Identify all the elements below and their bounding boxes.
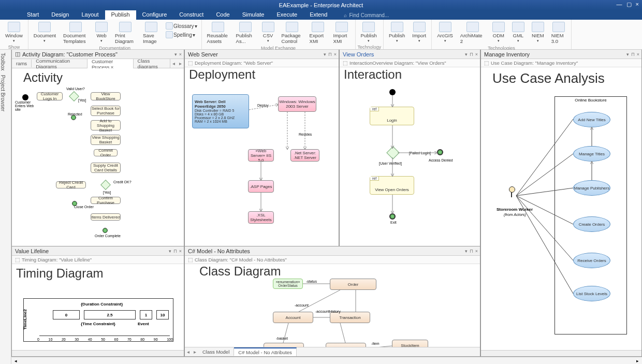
menu-extend[interactable]: Extend bbox=[303, 10, 333, 20]
actor-storeroom-worker[interactable] bbox=[507, 186, 516, 202]
close-pane-icon[interactable]: × bbox=[179, 249, 182, 254]
uc-list-stock[interactable]: List Stock Levels bbox=[573, 286, 610, 301]
server-node[interactable]: Web Server: Dell PowerEdge 2650 Disk Con… bbox=[192, 94, 249, 128]
tab-next-icon[interactable]: ▸ bbox=[192, 349, 198, 355]
login-activity[interactable]: Customer Logs In bbox=[37, 92, 63, 100]
gml-button[interactable]: GML▾ bbox=[509, 21, 528, 45]
web-button[interactable]: Web▾ bbox=[92, 21, 111, 45]
scroll-left-icon[interactable]: ◂ bbox=[11, 358, 20, 363]
orderstatus-class[interactable]: «enumeration» OrderStatus bbox=[273, 279, 303, 289]
dropdown-icon[interactable]: ▾ bbox=[169, 249, 171, 254]
minimize-icon[interactable]: — bbox=[617, 1, 622, 8]
import2-button[interactable]: Import▾ bbox=[409, 21, 429, 44]
tab-next-icon[interactable]: ▸ bbox=[177, 61, 184, 66]
uc-add-titles[interactable]: Add New Titles bbox=[573, 112, 610, 127]
pin-icon[interactable]: ⊓ bbox=[631, 52, 635, 57]
xsl-node[interactable]: .XSL Stylesheets bbox=[248, 211, 274, 224]
menu-start[interactable]: Start bbox=[21, 10, 45, 20]
pin-icon[interactable]: ⊓ bbox=[173, 249, 177, 254]
lineitem-class[interactable]: LineItem bbox=[326, 343, 366, 347]
value-canvas[interactable]: Timing Diagram TimeLine2 {Duration Const… bbox=[12, 264, 184, 356]
iis-node[interactable]: «Web Server» IIS 5.0 bbox=[248, 149, 274, 162]
scrollbar[interactable] bbox=[12, 350, 184, 356]
pin-icon[interactable]: ⊓ bbox=[470, 52, 473, 57]
transaction-class[interactable]: Transaction bbox=[330, 312, 370, 323]
publish2-button[interactable]: Publish▾ bbox=[386, 21, 408, 44]
scrollbar[interactable] bbox=[481, 350, 641, 356]
window-button[interactable]: Window▾ bbox=[2, 21, 26, 44]
pin-icon[interactable]: ⊓ bbox=[470, 249, 473, 254]
confirm-activity[interactable]: Confirm Purchase bbox=[91, 197, 121, 204]
add-basket-activity[interactable]: Add to Shopping Basket bbox=[91, 120, 121, 130]
view-basket-activity[interactable]: View Shopping Basket bbox=[91, 135, 121, 145]
tab-class-model[interactable]: Class Model bbox=[198, 348, 234, 356]
dropdown-icon[interactable]: ▾ bbox=[324, 52, 326, 57]
dropdown-icon[interactable]: ▾ bbox=[174, 52, 177, 57]
timing-frame[interactable]: TimeLine2 {Duration Constraint} 0 2.5 1 … bbox=[23, 298, 173, 342]
basket-class[interactable]: ShoppingBasket bbox=[264, 343, 304, 347]
find-command[interactable]: ⌕ Find Command... bbox=[344, 10, 389, 20]
start-node[interactable] bbox=[22, 94, 28, 100]
close-pane-icon[interactable]: × bbox=[179, 52, 182, 57]
save-image-button[interactable]: Save Image bbox=[140, 21, 163, 45]
exit-end[interactable] bbox=[389, 213, 396, 220]
close-icon[interactable]: × bbox=[636, 1, 639, 8]
menu-design[interactable]: Design bbox=[45, 10, 75, 20]
select-book-activity[interactable]: Select Book for Purchase bbox=[91, 106, 121, 116]
login-frame[interactable]: ref Login bbox=[370, 107, 414, 125]
glossary-button[interactable]: Glossary ▾ bbox=[164, 22, 199, 30]
menu-layout[interactable]: Layout bbox=[75, 10, 105, 20]
tab-prev-icon[interactable]: ◂ bbox=[170, 61, 177, 66]
toolbox-strip[interactable]: Toolbox Project Browser bbox=[0, 50, 11, 364]
menu-execute[interactable]: Execute bbox=[270, 10, 303, 20]
stockitem-class[interactable]: StockItem bbox=[392, 340, 428, 347]
csv-button[interactable]: CSV▾ bbox=[259, 21, 278, 45]
archimate-button[interactable]: ArchiMate 2 bbox=[457, 21, 488, 45]
close-end[interactable] bbox=[72, 201, 77, 206]
supply-cc-activity[interactable]: Supply Credit Card Details bbox=[91, 163, 121, 173]
package-control-button[interactable]: Package Control bbox=[279, 21, 305, 45]
document-button[interactable]: Document▾ bbox=[31, 21, 59, 45]
close-pane-icon[interactable]: × bbox=[475, 52, 478, 57]
publish-as-button[interactable]: Publish As... bbox=[233, 21, 258, 45]
spelling-button[interactable]: Spelling ▾ bbox=[164, 31, 199, 39]
close-pane-icon[interactable]: × bbox=[334, 52, 337, 57]
uc-manage-titles[interactable]: Manage Titles bbox=[573, 146, 610, 162]
decision-valid-user[interactable] bbox=[69, 91, 79, 101]
menu-simulate[interactable]: Simulate bbox=[236, 10, 271, 20]
import-xmi-button[interactable]: Import XMI bbox=[330, 21, 353, 45]
account-class[interactable]: Account bbox=[273, 312, 313, 323]
asp-node[interactable]: .ASP Pages bbox=[248, 180, 274, 193]
uc-create-orders[interactable]: Create Orders bbox=[573, 216, 610, 232]
tab-rams[interactable]: rams bbox=[12, 60, 32, 67]
niem-button[interactable]: NIEM▾ bbox=[529, 21, 547, 45]
uc-manage-publishers[interactable]: Manage Publishers bbox=[573, 180, 610, 196]
odm-button[interactable]: ODM▾ bbox=[489, 21, 508, 45]
access-denied-end[interactable] bbox=[437, 149, 443, 155]
end-node[interactable] bbox=[103, 228, 108, 233]
tech-publish-button[interactable]: Publish▾ bbox=[358, 21, 380, 44]
web-canvas[interactable]: Deployment Web Server: Dell PowerEdge 26… bbox=[185, 67, 339, 246]
menu-construct[interactable]: Construct bbox=[173, 10, 210, 20]
interaction-start[interactable] bbox=[389, 89, 396, 95]
order-class[interactable]: Order bbox=[330, 279, 376, 290]
close-pane-icon[interactable]: × bbox=[637, 52, 639, 57]
view-bookstore-activity[interactable]: View BookStore bbox=[91, 92, 121, 100]
print-diagram-button[interactable]: Print Diagram bbox=[112, 21, 139, 45]
maximize-icon[interactable]: ▢ bbox=[626, 1, 632, 8]
activity-canvas[interactable]: Activity Customer Logs In Valid User? [Y… bbox=[12, 68, 184, 246]
tab-prev-icon[interactable]: ◂ bbox=[185, 349, 192, 355]
dropdown-icon[interactable]: ▾ bbox=[465, 52, 468, 57]
windows-node[interactable]: Windows: Windows 2003 Server bbox=[278, 96, 316, 112]
commit-order-activity[interactable]: Commit Order bbox=[94, 149, 118, 156]
menu-code[interactable]: Code bbox=[210, 10, 236, 20]
view-open-orders-frame[interactable]: ref View Open Orders bbox=[370, 176, 414, 195]
arcgis-button[interactable]: ArcGIS▾ bbox=[434, 21, 456, 45]
csharp-canvas[interactable]: Class Diagram «enumeration» OrderStatus … bbox=[185, 264, 480, 347]
menu-configure[interactable]: Configure bbox=[136, 10, 173, 20]
decision-credit-ok[interactable] bbox=[100, 180, 111, 190]
reject-end[interactable] bbox=[71, 115, 76, 120]
close-pane-icon[interactable]: × bbox=[475, 249, 478, 254]
net-node[interactable]: .Net Server: .NET Server bbox=[290, 149, 319, 162]
inventory-canvas[interactable]: Use Case Analysis Online Bookstore Store… bbox=[481, 67, 641, 356]
